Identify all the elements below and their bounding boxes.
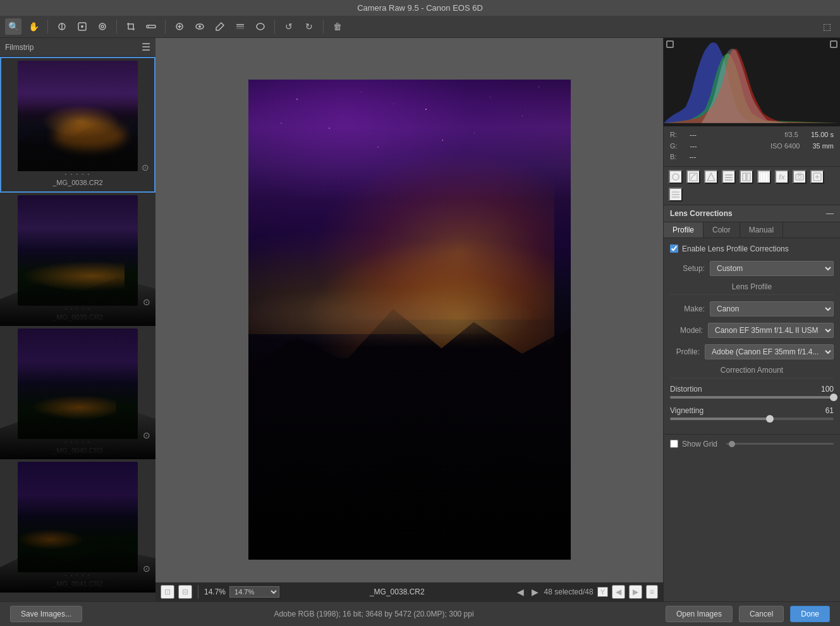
done-button[interactable]: Done <box>790 606 830 622</box>
model-dropdown[interactable]: Canon EF 35mm f/1.4L II USM <box>708 323 834 338</box>
setup-dropdown[interactable]: Custom Default Auto <box>710 261 834 276</box>
tab-profile[interactable]: Profile <box>664 222 703 238</box>
grid-slider-track <box>726 443 834 445</box>
prev-image-btn[interactable]: ◀ <box>515 587 526 597</box>
next-image-btn[interactable]: ▶ <box>530 587 540 597</box>
presets-btn[interactable] <box>810 170 824 184</box>
filmstrip-item-2[interactable]: • • • • • _MG_0039.CR2 ⊙ <box>0 193 155 326</box>
grid-slider-thumb[interactable] <box>729 441 735 447</box>
svg-point-4 <box>99 23 106 30</box>
show-grid-checkbox[interactable] <box>670 440 678 448</box>
hsl-btn[interactable] <box>722 170 736 184</box>
zoom-tool[interactable]: 🔍 <box>5 18 21 35</box>
panel-icons: fx <box>664 167 840 205</box>
status-left: Save Images... <box>10 606 82 622</box>
camera-calib-btn[interactable] <box>793 170 807 184</box>
profile-label: Profile: <box>670 347 700 356</box>
white-balance-tool[interactable] <box>54 18 70 35</box>
distortion-thumb[interactable] <box>830 394 837 401</box>
filmstrip-item-4[interactable]: • • • • • _MG_0041.CR2 ⊙ <box>0 459 155 593</box>
zoom-dropdown[interactable]: 14.7% 25% 50% 100% Fit in View <box>229 586 279 598</box>
status-info-link[interactable]: Adobe RGB (1998); 16 bit; 3648 by 5472 (… <box>274 610 473 618</box>
vignetting-thumb[interactable] <box>766 415 774 423</box>
effects-btn[interactable]: fx <box>775 170 789 184</box>
enable-lens-label[interactable]: Enable Lens Profile Corrections <box>682 244 789 253</box>
color-sampler-tool[interactable] <box>74 18 90 35</box>
histogram-corner-tl <box>666 40 674 48</box>
save-images-button[interactable]: Save Images... <box>10 606 82 622</box>
distortion-track[interactable] <box>670 396 834 399</box>
lens-profile-title: Lens Profile <box>670 282 834 295</box>
enable-lens-checkbox[interactable] <box>670 244 678 253</box>
right-panel: R: --- f/3.5 15.00 s G: --- ISO 6400 35 … <box>663 38 840 601</box>
next-btn-2[interactable]: ▶ <box>629 585 642 599</box>
filmstrip-menu-icon[interactable]: ☰ <box>142 41 150 53</box>
exif-line-1: R: --- f/3.5 15.00 s <box>670 129 834 141</box>
canvas-area: ⊡ ⊟ 14.7% 14.7% 25% 50% 100% Fit in View… <box>155 38 663 601</box>
filmstrip-title: Filmstrip <box>5 43 33 52</box>
radial-filter-tool[interactable] <box>252 18 269 35</box>
aperture-val: f/3.5 <box>785 129 798 141</box>
fullscreen-btn[interactable]: ⬚ <box>819 18 835 35</box>
histogram-svg <box>664 38 840 126</box>
compare-view-btn[interactable]: ⊟ <box>178 585 192 599</box>
filmstrip-item-3[interactable]: • • • • • _MG_0040.CR2 ⊙ <box>0 326 155 459</box>
detail-btn[interactable] <box>704 170 718 184</box>
prev-btn-2[interactable]: ◀ <box>612 585 625 599</box>
tab-color[interactable]: Color <box>703 222 740 238</box>
delete-tool[interactable]: 🗑 <box>329 18 346 35</box>
rotate-ccw-tool[interactable]: ↺ <box>281 18 297 35</box>
lens-panel-header[interactable]: Lens Corrections — <box>664 205 840 222</box>
collapse-icon: — <box>826 209 834 218</box>
filmstrip: Filmstrip ☰ • • • • • _MG_0038.CR2 ⊙ <box>0 38 155 601</box>
iso-val: ISO 6400 <box>770 141 800 152</box>
svg-rect-27 <box>764 173 765 181</box>
rating-btn[interactable]: Y <box>597 587 608 597</box>
hand-tool[interactable]: ✋ <box>25 18 42 35</box>
cancel-button[interactable]: Cancel <box>739 606 784 622</box>
vignetting-label: Vignetting <box>670 406 703 415</box>
effects-icon: fx <box>779 173 785 181</box>
filmstrip-action-3: ⊙ <box>143 430 150 440</box>
filmstrip-action-1: ⊙ <box>142 162 149 172</box>
svg-marker-20 <box>707 173 715 181</box>
open-images-button[interactable]: Open Images <box>666 606 733 622</box>
svg-rect-24 <box>743 173 746 181</box>
filmstrip-thumb-4 <box>18 462 138 572</box>
rotate-cw-tool[interactable]: ↻ <box>301 18 317 35</box>
svg-rect-22 <box>725 177 733 178</box>
split-toning-btn[interactable] <box>740 170 753 184</box>
adjustment-brush-tool[interactable] <box>212 18 228 35</box>
filmstrip-menu-btn[interactable]: ≡ <box>646 585 658 599</box>
tone-curve-btn[interactable] <box>686 170 700 184</box>
filmstrip-action-2: ⊙ <box>143 297 150 307</box>
crop-tool[interactable] <box>123 18 139 35</box>
svg-rect-19 <box>690 173 697 181</box>
red-eye-tool[interactable] <box>192 18 208 35</box>
model-row: Model: Canon EF 35mm f/1.4L II USM <box>670 323 834 338</box>
healing-brush-tool[interactable] <box>171 18 188 35</box>
histogram-corner-tr <box>830 40 837 48</box>
single-view-btn[interactable]: ⊡ <box>161 585 174 599</box>
targeted-adj-tool[interactable] <box>94 18 111 35</box>
grid-size-slider[interactable] <box>726 443 834 445</box>
show-grid-label[interactable]: Show Grid <box>682 440 717 448</box>
filmstrip-scroll[interactable]: • • • • • _MG_0038.CR2 ⊙ • • • • • _MG_0… <box>0 57 155 601</box>
exif-row: R: --- f/3.5 15.00 s G: --- ISO 6400 35 … <box>664 126 840 167</box>
canvas-filename-text: _MG_0038.CR2 <box>370 587 425 596</box>
lens-corrections-btn[interactable] <box>757 170 771 184</box>
make-label: Make: <box>670 304 705 313</box>
basic-panel-btn[interactable] <box>669 170 683 184</box>
filmstrip-item-1[interactable]: • • • • • _MG_0038.CR2 ⊙ <box>0 57 155 193</box>
b-val: --- <box>689 152 696 163</box>
profile-dropdown[interactable]: Adobe (Canon EF 35mm f/1.4... <box>705 344 834 359</box>
make-row: Make: Canon Nikon Sony <box>670 301 834 316</box>
main-photo <box>248 80 571 560</box>
straighten-tool[interactable] <box>143 18 159 35</box>
graduated-filter-tool[interactable] <box>232 18 248 35</box>
vignetting-slider-row: Vignetting 61 <box>670 406 834 420</box>
snapshots-btn[interactable] <box>669 188 683 202</box>
make-dropdown[interactable]: Canon Nikon Sony <box>710 301 834 316</box>
tab-manual[interactable]: Manual <box>740 222 783 238</box>
vignetting-track[interactable] <box>670 418 834 420</box>
